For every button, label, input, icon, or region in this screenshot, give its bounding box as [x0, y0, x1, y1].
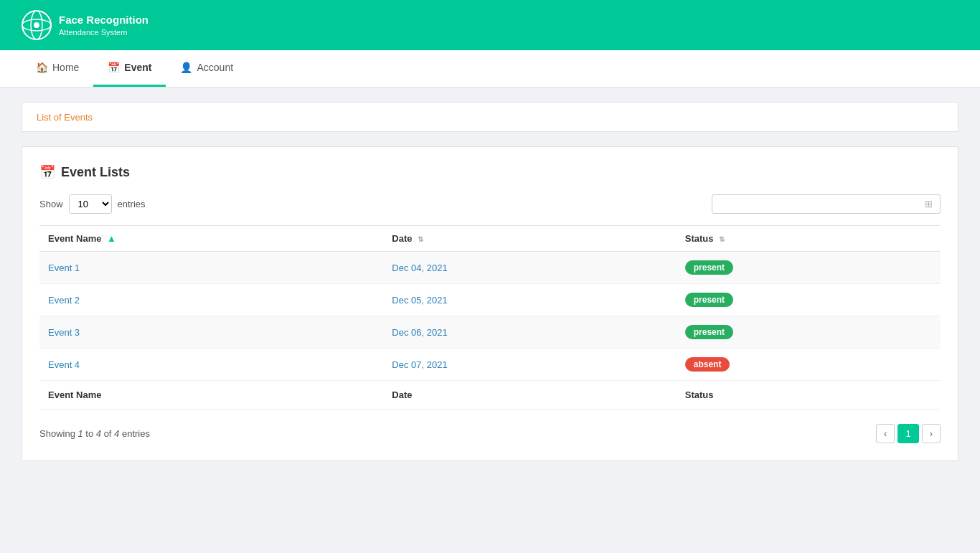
main-content: 📅 Event Lists Show 10 25 50 100 entries … — [22, 146, 958, 461]
entries-label: entries — [118, 199, 146, 209]
pagination-controls: ‹ 1 › — [876, 424, 941, 443]
show-label: Show — [39, 199, 63, 209]
event-name-link[interactable]: Event 4 — [48, 359, 80, 370]
sort-neutral-icon-date: ⇅ — [418, 235, 423, 243]
cell-status: present — [677, 252, 941, 284]
table-row: Event 4Dec 07, 2021absent — [39, 349, 941, 381]
nav-label-home: Home — [52, 62, 79, 73]
logo-area: Face Recognition Attendance System — [22, 10, 149, 40]
col-event-name[interactable]: Event Name ▲ — [39, 226, 383, 252]
status-badge: absent — [685, 357, 730, 372]
status-badge: present — [685, 260, 733, 275]
cell-status: present — [677, 316, 941, 349]
cell-event-name: Event 4 — [39, 349, 383, 381]
breadcrumb-text: List of Events — [37, 112, 93, 123]
pagination-info: Showing 1 to 4 of 4 entries — [39, 428, 150, 439]
home-icon: 🏠 — [36, 62, 48, 73]
cell-event-name: Event 3 — [39, 316, 383, 349]
col-status[interactable]: Status ⇅ — [677, 226, 941, 252]
table-row: Event 1Dec 04, 2021present — [39, 252, 941, 284]
nav-item-account[interactable]: 👤 Account — [166, 50, 248, 87]
cell-status: absent — [677, 349, 941, 381]
page-next-button[interactable]: › — [922, 424, 941, 443]
app-header: Face Recognition Attendance System — [0, 0, 980, 50]
nav-label-account: Account — [197, 62, 233, 73]
cell-event-name: Event 2 — [39, 284, 383, 316]
col-date[interactable]: Date ⇅ — [383, 226, 676, 252]
nav-item-event[interactable]: 📅 Event — [93, 50, 166, 87]
status-badge: present — [685, 293, 733, 307]
nav-item-home[interactable]: 🏠 Home — [22, 50, 93, 87]
section-calendar-icon: 📅 — [39, 164, 55, 180]
col-date-label: Date — [392, 233, 412, 244]
svg-point-3 — [34, 22, 39, 28]
search-box: ⊞ — [712, 194, 941, 214]
footer-col-event-name: Event Name — [39, 381, 383, 410]
section-title-text: Event Lists — [61, 165, 130, 180]
pagination-bar: Showing 1 to 4 of 4 entries ‹ 1 › — [39, 424, 941, 443]
cell-date: Dec 05, 2021 — [383, 284, 676, 316]
event-name-link[interactable]: Event 3 — [48, 327, 80, 338]
nav-label-event: Event — [124, 62, 151, 73]
cell-date: Dec 06, 2021 — [383, 316, 676, 349]
cell-date: Dec 04, 2021 — [383, 252, 676, 284]
cell-event-name: Event 1 — [39, 252, 383, 284]
table-footer-row: Event Name Date Status — [39, 381, 941, 410]
cell-status: present — [677, 284, 941, 316]
col-status-label: Status — [685, 233, 714, 244]
table-controls: Show 10 25 50 100 entries ⊞ — [39, 194, 941, 214]
page-prev-button[interactable]: ‹ — [876, 424, 895, 443]
calendar-nav-icon: 📅 — [108, 62, 120, 73]
table-row: Event 2Dec 05, 2021present — [39, 284, 941, 316]
sort-neutral-icon-status: ⇅ — [719, 235, 725, 243]
table-header-row: Event Name ▲ Date ⇅ Status ⇅ — [39, 226, 941, 252]
logo-icon — [22, 10, 52, 40]
status-badge: present — [685, 325, 733, 339]
account-icon: 👤 — [180, 62, 192, 73]
cell-date: Dec 07, 2021 — [383, 349, 676, 381]
entries-select[interactable]: 10 25 50 100 — [69, 194, 112, 214]
event-name-link[interactable]: Event 2 — [48, 295, 80, 306]
nav-bar: 🏠 Home 📅 Event 👤 Account — [0, 50, 980, 88]
sort-asc-icon: ▲ — [107, 233, 116, 244]
event-name-link[interactable]: Event 1 — [48, 263, 80, 273]
events-table: Event Name ▲ Date ⇅ Status ⇅ Event 1Dec … — [39, 225, 941, 410]
logo-title: Face Recognition — [59, 13, 149, 27]
col-event-name-label: Event Name — [48, 233, 101, 244]
entries-control: Show 10 25 50 100 entries — [39, 194, 146, 214]
breadcrumb-bar: List of Events — [22, 102, 958, 132]
logo-subtitle: Attendance System — [59, 27, 149, 37]
search-input[interactable] — [720, 199, 920, 209]
section-title: 📅 Event Lists — [39, 164, 941, 180]
search-icon: ⊞ — [925, 199, 933, 209]
page-1-button[interactable]: 1 — [897, 424, 918, 443]
footer-col-status: Status — [677, 381, 941, 410]
footer-col-date: Date — [383, 381, 676, 410]
table-row: Event 3Dec 06, 2021present — [39, 316, 941, 349]
